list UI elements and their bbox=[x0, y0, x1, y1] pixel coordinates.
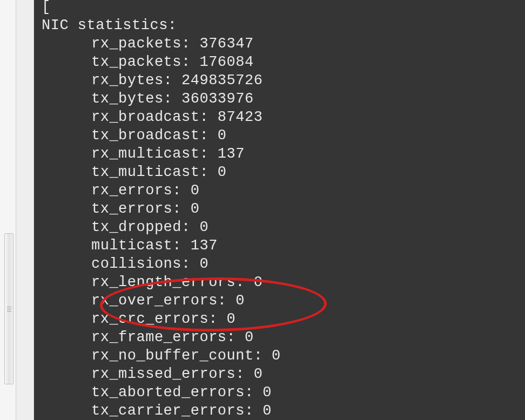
stat-line-rx-over-errors: rx_over_errors: 0 bbox=[42, 292, 525, 310]
partial-top-line: [ bbox=[42, 0, 525, 16]
stat-line-rx-multicast: rx_multicast: 137 bbox=[42, 145, 525, 163]
stat-line-rx-packets: rx_packets: 376347 bbox=[42, 35, 525, 53]
stat-line-rx-length-errors: rx_length_errors: 0 bbox=[42, 273, 525, 292]
editor-gutter bbox=[16, 0, 34, 420]
stat-line-collisions: collisions: 0 bbox=[42, 255, 525, 273]
stat-line-tx-multicast: tx_multicast: 0 bbox=[42, 163, 525, 181]
stat-line-tx-bytes: tx_bytes: 36033976 bbox=[42, 90, 525, 108]
vertical-scrollbar-thumb[interactable] bbox=[4, 233, 14, 384]
nic-statistics-header: NIC statistics: bbox=[42, 16, 525, 35]
stat-line-rx-frame-errors: rx_frame_errors: 0 bbox=[42, 328, 525, 347]
stat-line-rx-broadcast: rx_broadcast: 87423 bbox=[42, 108, 525, 126]
stat-line-tx-carrier-errors: tx_carrier_errors: 0 bbox=[42, 402, 525, 420]
stat-line-rx-missed-errors: rx_missed_errors: 0 bbox=[42, 365, 525, 383]
vertical-scrollbar-track[interactable] bbox=[0, 0, 16, 420]
stat-line-tx-errors: tx_errors: 0 bbox=[42, 200, 525, 218]
stat-line-tx-packets: tx_packets: 176084 bbox=[42, 53, 525, 71]
stat-line-rx-errors: rx_errors: 0 bbox=[42, 181, 525, 200]
scrollbar-grip-icon bbox=[7, 307, 11, 311]
stat-line-rx-no-buffer-count: rx_no_buffer_count: 0 bbox=[42, 347, 525, 365]
stat-line-rx-bytes: rx_bytes: 249835726 bbox=[42, 71, 525, 90]
stat-line-rx-crc-errors: rx_crc_errors: 0 bbox=[42, 310, 525, 328]
stat-line-tx-dropped: tx_dropped: 0 bbox=[42, 218, 525, 236]
stat-line-multicast: multicast: 137 bbox=[42, 236, 525, 255]
terminal-output[interactable]: [ NIC statistics: rx_packets: 376347tx_p… bbox=[34, 0, 525, 420]
stat-line-tx-aborted-errors: tx_aborted_errors: 0 bbox=[42, 383, 525, 402]
stat-line-tx-broadcast: tx_broadcast: 0 bbox=[42, 126, 525, 145]
